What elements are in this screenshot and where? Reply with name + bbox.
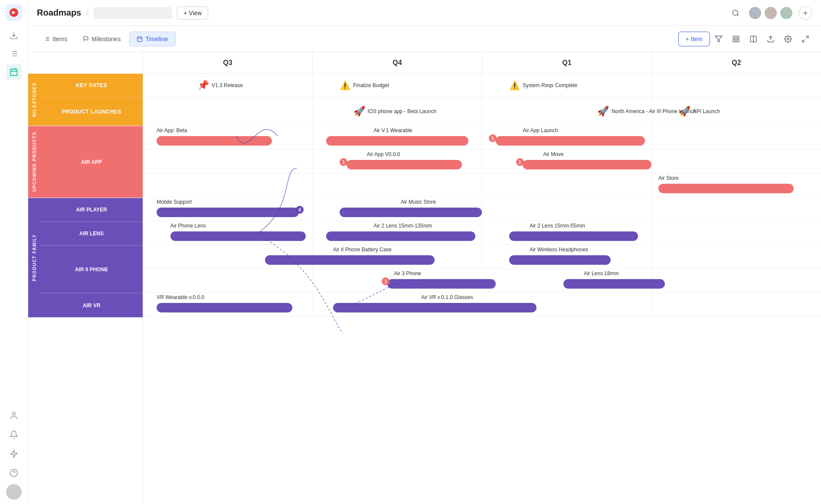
row-upcoming-3: Air Store — [143, 173, 821, 197]
row-aiphone-2: Air 3 Phone 1 Air Lens 18mm — [143, 269, 821, 293]
milestones-rows: KEY DATES PRODUCT LAUNCHES — [40, 74, 143, 126]
bar-air-app-beta[interactable] — [157, 136, 272, 146]
avatar — [779, 6, 793, 20]
svg-rect-34 — [737, 39, 739, 42]
group-icon[interactable] — [729, 32, 743, 46]
tab-milestones-label: Milestones — [92, 36, 121, 42]
svg-rect-27 — [137, 37, 142, 42]
settings-icon[interactable] — [781, 32, 795, 46]
bar-air-wearable[interactable] — [326, 136, 468, 146]
product-family-section: PRODUCT FAMILY AIR PLAYER AIR LENS AIR I… — [28, 198, 143, 318]
app-logo[interactable] — [6, 4, 22, 21]
warning-icon-sysreqs: ⚠️ — [509, 80, 520, 91]
header: Roadmaps / + View — [28, 0, 821, 26]
quarter-q1: Q1 — [482, 52, 652, 73]
svg-marker-31 — [716, 36, 722, 42]
bar-label-air-phone-lens: Air Phone Lens — [170, 223, 206, 229]
bar-air-phone-lens[interactable] — [170, 231, 306, 241]
fullscreen-icon[interactable] — [798, 32, 812, 46]
bar-label-air-app-launch: Air App Launch — [523, 127, 558, 133]
cell-q3-launches — [143, 98, 313, 125]
row-label-air-player: AIR PLAYER — [40, 198, 143, 222]
filter-icon[interactable] — [712, 32, 726, 46]
row-label-product-launches: PRODUCT LAUNCHES — [40, 98, 143, 126]
bar-label-air2-lens-55: Air 2 Lens 15mm-55mm — [530, 223, 585, 229]
tab-timeline[interactable]: Timeline — [129, 32, 175, 46]
sidebar-icon-timeline[interactable] — [6, 64, 22, 80]
row-air-lens: Air Phone Lens Air 2 Lens 15mm-135mm Air… — [143, 221, 821, 245]
badge-air-app-launch: 1 — [489, 134, 497, 142]
export-icon[interactable] — [764, 32, 778, 46]
header-title: Roadmaps — [37, 8, 81, 18]
bar-label-air-app-beta: Air App: Beta — [157, 127, 187, 133]
add-item-button[interactable]: + Item — [678, 32, 710, 46]
cell-q4-keydates — [313, 74, 482, 97]
cell-q3-up2 — [143, 150, 313, 173]
sidebar-icon-help[interactable] — [6, 465, 22, 481]
bar-label-air-move: Air Move — [543, 151, 563, 157]
svg-marker-13 — [11, 450, 17, 458]
add-user-button[interactable] — [798, 6, 812, 20]
sidebar-icon-list[interactable] — [6, 46, 22, 62]
bar-label-mobile-support: Mobile Support — [157, 199, 192, 205]
svg-line-17 — [737, 14, 738, 16]
rocket-icon-api: 🚀 — [679, 106, 690, 117]
bar-label-air2-lens-135: Air 2 Lens 15mm-135mm — [373, 223, 432, 229]
sidebar-user-avatar[interactable] — [6, 484, 22, 500]
bar-air2-lens-135[interactable] — [326, 231, 475, 241]
row-key-dates: 📌 V1.3 Release ⚠️ Finalize Budget ⚠️ Sys… — [143, 74, 821, 98]
cell-q2-aiphone1 — [652, 245, 821, 268]
bar-air-store[interactable] — [658, 184, 794, 193]
row-label-air-app: AIR APP — [40, 126, 143, 198]
bar-air-move[interactable] — [523, 160, 651, 169]
row-label-air-ii-phone: AIR II PHONE — [40, 246, 143, 293]
timeline-container: MILESTONES KEY DATES PRODUCT LAUNCHES UP… — [28, 52, 821, 504]
svg-rect-8 — [11, 69, 17, 75]
sidebar-icon-download[interactable] — [6, 28, 22, 43]
badge-mobile-support: 4 — [296, 206, 304, 214]
tab-items[interactable]: Items — [37, 32, 74, 46]
toolbar-actions — [712, 32, 812, 46]
bar-vr-wearable[interactable] — [157, 303, 292, 312]
sidebar-icon-person[interactable] — [6, 408, 22, 423]
cell-q2-player — [652, 197, 821, 221]
upcoming-tag: UPCOMING PRODUCTS — [28, 126, 40, 198]
bar-wireless-headphones[interactable] — [509, 255, 611, 265]
bar-air2-lens-55[interactable] — [509, 231, 638, 241]
bar-air-app-v000[interactable] — [347, 160, 462, 169]
cell-q1-player — [482, 197, 652, 221]
bar-label-air3-phone: Air 3 Phone — [394, 270, 421, 276]
search-icon[interactable] — [728, 6, 743, 20]
launch-ios-label: IOS phone app - Beta Launch — [368, 108, 437, 114]
tab-milestones[interactable]: Milestones — [76, 32, 128, 46]
columns-icon[interactable] — [746, 32, 760, 46]
bar-battery-case[interactable] — [265, 255, 435, 265]
tab-items-label: Items — [52, 36, 67, 42]
sidebar-bottom — [6, 408, 22, 500]
milestone-sysreqs: ⚠️ System Reqs Complete — [509, 80, 577, 91]
bar-air-vr-glasses[interactable] — [333, 303, 536, 312]
row-upcoming-2: Air App V0.0.0 1 Air Move 1 — [143, 150, 821, 173]
sidebar-icon-bell[interactable] — [6, 427, 22, 442]
rocket-icon-ios: 🚀 — [353, 106, 365, 117]
header-divider: / — [86, 8, 88, 17]
milestone-finalize: ⚠️ Finalize Budget — [340, 80, 389, 91]
bar-air-app-launch[interactable] — [496, 136, 645, 146]
bar-mobile-support[interactable] — [157, 208, 299, 217]
add-view-button[interactable]: + View — [177, 7, 208, 20]
bar-air-music-store[interactable] — [340, 208, 482, 217]
milestones-header: MILESTONES KEY DATES PRODUCT LAUNCHES — [28, 74, 143, 126]
header-breadcrumb[interactable] — [94, 7, 172, 19]
header-avatars — [748, 6, 793, 20]
milestone-v13: 📌 V1.3 Release — [197, 80, 243, 91]
timeline-rows: 📌 V1.3 Release ⚠️ Finalize Budget ⚠️ Sys… — [143, 74, 821, 316]
bar-air-lens-18[interactable] — [563, 279, 665, 289]
row-aiphone-1: Air II Phone Battery Case Air Wireless H… — [143, 245, 821, 269]
sidebar-icon-bolt[interactable] — [6, 446, 22, 462]
upcoming-section: UPCOMING PRODUCTS AIR APP — [28, 126, 143, 198]
bar-air3-phone[interactable] — [387, 279, 496, 289]
bar-label-air-wearable: Air V.1 Wearable — [373, 127, 412, 133]
quarter-q4: Q4 — [313, 52, 482, 73]
rocket-icon-na: 🚀 — [597, 106, 609, 117]
quarter-q2: Q2 — [652, 52, 821, 73]
